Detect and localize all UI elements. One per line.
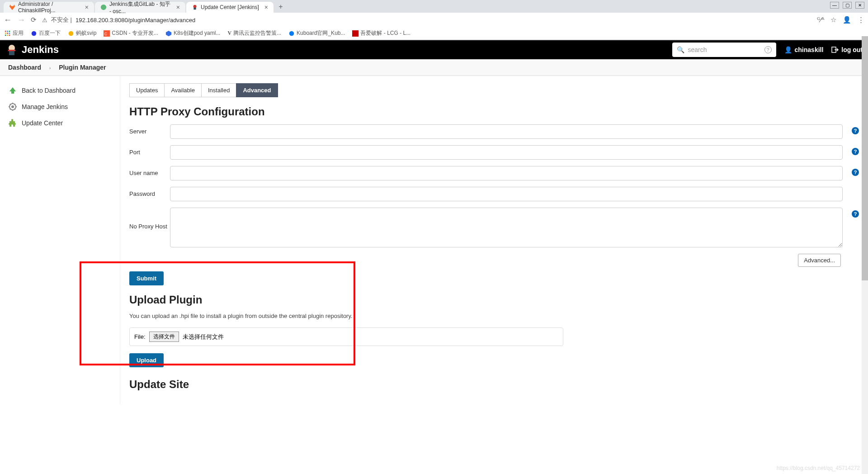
breadcrumb: Dashboard › Plugin Manager	[0, 59, 868, 76]
tab-title: Update Center [Jenkins]	[201, 4, 259, 10]
help-icon[interactable]: ?	[852, 169, 859, 176]
bookmark-item[interactable]: CCSDN - 专业开发...	[104, 29, 158, 37]
bookmark-item[interactable]: Kuboard官网_Kub...	[288, 29, 345, 37]
close-button[interactable]: ✕	[855, 2, 864, 9]
sidebar-item-update[interactable]: Update Center	[0, 115, 120, 131]
bookmark-item[interactable]: K8s创建pod yaml...	[165, 29, 220, 37]
sidebar-item-back[interactable]: Back to Dashboard	[0, 82, 120, 99]
kuboard-icon	[288, 30, 295, 37]
submit-button[interactable]: Submit	[129, 271, 164, 285]
back-button[interactable]: ←	[4, 15, 12, 25]
svg-text:C: C	[104, 31, 107, 36]
main-content: Updates Available Installed Advanced HTT…	[120, 76, 868, 404]
advanced-button[interactable]: Advanced...	[798, 254, 841, 267]
sidebar-item-label: Manage Jenkins	[22, 103, 68, 110]
tab-advanced[interactable]: Advanced	[236, 83, 278, 97]
user-link[interactable]: 👤 chinaskill	[784, 46, 824, 53]
help-icon[interactable]: ?	[852, 148, 859, 155]
browser-tab[interactable]: Jenkins集成GitLab - 知乎 - osc... ×	[95, 2, 185, 13]
chevron-right-icon: ›	[49, 66, 51, 71]
tab-available[interactable]: Available	[164, 83, 202, 97]
apps-icon	[5, 30, 11, 37]
bookmark-item[interactable]: 百度一下	[31, 29, 61, 37]
baidu-icon	[31, 30, 37, 37]
close-icon[interactable]: ×	[264, 4, 268, 11]
close-icon[interactable]: ×	[176, 4, 180, 11]
file-label: File:	[134, 333, 146, 340]
gear-icon	[8, 102, 17, 111]
noproxy-label: No Proxy Host	[129, 208, 170, 230]
reload-button[interactable]: ⟳	[31, 16, 37, 24]
browser-tab[interactable]: Administrator / ChinaskillProj... ×	[4, 2, 94, 13]
jenkins-mascot-icon	[5, 43, 18, 56]
svg-point-17	[289, 31, 294, 36]
bookmark-label: 蚂蚁svip	[76, 29, 96, 37]
insecure-label: 不安全 |	[51, 16, 72, 24]
menu-icon[interactable]: ⋮	[858, 16, 864, 24]
password-label: Password	[129, 187, 170, 197]
scrollbar-thumb[interactable]	[862, 36, 868, 280]
svg-point-12	[32, 31, 37, 36]
breadcrumb-item[interactable]: Plugin Manager	[59, 64, 106, 71]
forward-button[interactable]: →	[17, 15, 25, 25]
svg-rect-6	[5, 33, 6, 34]
url-text: 192.168.200.3:8080/pluginManager/advance…	[75, 17, 195, 24]
file-input-row: File: 选择文件 未选择任何文件	[129, 327, 563, 346]
bookmark-label: K8s创建pod yaml...	[174, 29, 220, 37]
server-input[interactable]	[170, 124, 843, 139]
svg-point-1	[193, 5, 197, 8]
svg-rect-7	[7, 33, 8, 34]
help-icon[interactable]: ?	[852, 127, 859, 134]
bookmark-item[interactable]: 蚂蚁svip	[68, 29, 96, 37]
svg-point-24	[11, 105, 14, 108]
sidebar: Back to Dashboard Manage Jenkins Update …	[0, 76, 120, 404]
svg-rect-4	[7, 30, 8, 32]
new-tab-button[interactable]: +	[274, 2, 287, 13]
upload-button[interactable]: Upload	[129, 353, 164, 367]
choose-file-button[interactable]: 选择文件	[149, 332, 179, 342]
bookmark-label: CSDN - 专业开发...	[112, 29, 158, 37]
search-icon: 🔍	[677, 46, 684, 53]
address-bar[interactable]: ⚠ 不安全 | 192.168.200.3:8080/pluginManager…	[42, 16, 811, 24]
maximize-button[interactable]: ▢	[843, 2, 852, 9]
breadcrumb-item[interactable]: Dashboard	[8, 64, 41, 71]
profile-icon[interactable]: 👤	[843, 16, 851, 24]
jenkins-header: Jenkins 🔍 search ? 👤 chinaskill log out	[0, 40, 868, 59]
svg-rect-3	[5, 30, 6, 32]
star-icon[interactable]: ☆	[830, 16, 836, 24]
scrollbar[interactable]	[862, 36, 868, 404]
gitlab-icon	[9, 4, 15, 10]
password-input[interactable]	[170, 187, 843, 201]
svg-rect-9	[5, 34, 6, 36]
jenkins-logo[interactable]: Jenkins	[5, 43, 59, 56]
username-input[interactable]	[170, 166, 843, 180]
bookmark-label: Kuboard官网_Kub...	[297, 29, 345, 37]
close-icon[interactable]: ×	[85, 4, 89, 11]
apps-button[interactable]: 应用	[5, 29, 24, 37]
bookmark-item[interactable]: 吾爱破解 - LCG - L...	[352, 29, 410, 37]
search-placeholder: search	[688, 46, 761, 53]
k8s-icon	[165, 30, 172, 37]
tab-updates[interactable]: Updates	[129, 83, 165, 97]
minimize-button[interactable]: —	[830, 2, 839, 9]
help-icon[interactable]: ?	[764, 46, 772, 53]
svg-rect-11	[9, 34, 10, 36]
bookmarks-bar: 应用 百度一下 蚂蚁svip CCSDN - 专业开发... K8s创建pod …	[0, 27, 868, 40]
insecure-icon: ⚠	[42, 17, 47, 24]
translate-icon[interactable]: ᴳ⁄ᴬ	[817, 16, 824, 24]
logout-icon	[831, 46, 839, 53]
port-input[interactable]	[170, 145, 843, 160]
logout-label: log out	[841, 46, 863, 53]
tab-installed[interactable]: Installed	[201, 83, 236, 97]
browser-tab-active[interactable]: Update Center [Jenkins] ×	[186, 2, 274, 13]
help-icon[interactable]: ?	[852, 210, 859, 218]
logout-link[interactable]: log out	[831, 46, 863, 53]
bookmark-item[interactable]: V腾讯云监控告警策...	[227, 29, 281, 37]
search-input[interactable]: 🔍 search ?	[672, 43, 776, 57]
pojie-icon	[352, 30, 359, 37]
tab-title: Administrator / ChinaskillProj...	[18, 1, 80, 14]
username: chinaskill	[795, 46, 824, 53]
noproxy-textarea[interactable]	[170, 208, 843, 247]
sidebar-item-manage[interactable]: Manage Jenkins	[0, 99, 120, 115]
proxy-heading: HTTP Proxy Configuration	[129, 105, 859, 118]
